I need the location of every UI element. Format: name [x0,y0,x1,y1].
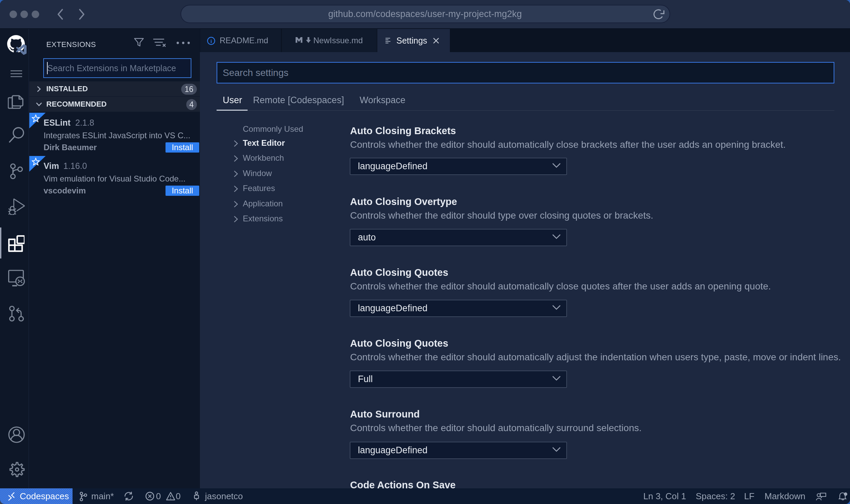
svg-text:i: i [210,38,212,44]
